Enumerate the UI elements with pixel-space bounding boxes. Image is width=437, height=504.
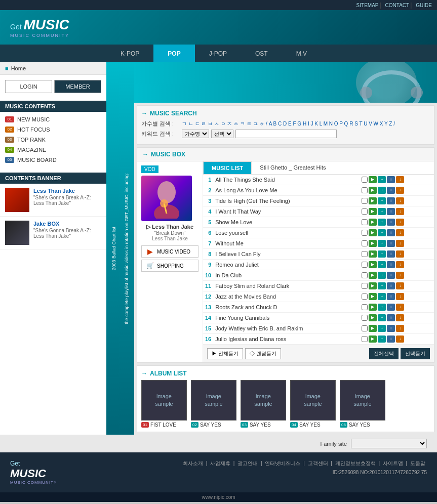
- song-title[interactable]: Lose yourself: [213, 228, 360, 238]
- family-site-select[interactable]: [351, 439, 427, 448]
- song-checkbox[interactable]: [362, 325, 368, 331]
- add-icon[interactable]: +: [378, 176, 386, 183]
- song-checkbox[interactable]: [362, 219, 368, 225]
- play-selected-button[interactable]: 선택듣기: [401, 348, 430, 359]
- download-icon[interactable]: ↓: [396, 219, 404, 226]
- song-title[interactable]: As Long As You Love Me: [213, 185, 360, 196]
- table-row[interactable]: 14 Fine Young Cannibals ▶ + i ↓: [203, 313, 434, 323]
- add-icon[interactable]: +: [378, 187, 386, 194]
- member-button[interactable]: MEMBER: [54, 80, 101, 93]
- play-icon[interactable]: ▶: [369, 229, 377, 236]
- table-row[interactable]: 11 Fatboy Slim and Roland Clark ▶ + i ↓: [203, 281, 434, 291]
- info-icon[interactable]: i: [387, 304, 395, 311]
- play-random-button[interactable]: ◇ 랜덤듣기: [245, 348, 281, 359]
- table-row[interactable]: 6 Lose yourself ▶ + i ↓: [203, 228, 434, 238]
- song-title[interactable]: Fine Young Cannibals: [213, 313, 360, 323]
- search-chars[interactable]: ㄱ ㄴ ㄷ ㄹ ㅂ ㅅ ㅇ ㅈ ㅊ ㅋ ㅌ ㅍ ㅎ / A B C D E F …: [182, 120, 395, 128]
- download-icon[interactable]: ↓: [396, 187, 404, 194]
- search-category-select[interactable]: 가수명 곡명: [182, 130, 209, 138]
- download-icon[interactable]: ↓: [396, 314, 404, 321]
- info-icon[interactable]: i: [387, 314, 395, 321]
- sidebar-item-new-music[interactable]: 01 NEW MUSIC: [0, 114, 106, 124]
- banner-item-1[interactable]: Jake BOX "She's Gonna Break A~Z: Less Th…: [0, 217, 106, 249]
- song-checkbox[interactable]: [362, 272, 368, 278]
- song-title[interactable]: Roots Zack and Chuck D: [213, 302, 360, 313]
- play-icon[interactable]: ▶: [369, 250, 377, 258]
- song-checkbox[interactable]: [362, 177, 368, 183]
- song-title[interactable]: Julio Iglesias and Diana ross: [213, 334, 360, 345]
- add-icon[interactable]: +: [378, 325, 386, 332]
- download-icon[interactable]: ↓: [396, 325, 404, 332]
- table-row[interactable]: 8 I Believe I Can Fly ▶ + i ↓: [203, 249, 434, 260]
- song-checkbox[interactable]: [362, 336, 368, 342]
- song-title[interactable]: Romeo and Juliet: [213, 260, 360, 270]
- download-icon[interactable]: ↓: [396, 304, 404, 311]
- info-icon[interactable]: i: [387, 261, 395, 268]
- play-icon[interactable]: ▶: [369, 240, 377, 247]
- info-icon[interactable]: i: [387, 335, 395, 343]
- song-checkbox[interactable]: [362, 293, 368, 300]
- info-icon[interactable]: i: [387, 282, 395, 289]
- song-title[interactable]: Jazz at the Movies Band: [213, 291, 360, 302]
- album-item[interactable]: imagesample 02 SAY YES: [191, 380, 236, 428]
- footer-link-5[interactable]: 게인정보보호정책: [335, 460, 376, 466]
- add-icon[interactable]: +: [378, 314, 386, 321]
- add-icon[interactable]: +: [378, 208, 386, 215]
- download-icon[interactable]: ↓: [396, 282, 404, 289]
- table-row[interactable]: 2 As Long As You Love Me ▶ + i ↓: [203, 185, 434, 196]
- table-row[interactable]: 9 Romeo and Juliet ▶ + i ↓: [203, 260, 434, 270]
- play-all-button[interactable]: ▶ 전체듣기: [207, 348, 243, 359]
- download-icon[interactable]: ↓: [396, 240, 404, 247]
- shopping-button[interactable]: 🛒 SHOPPING: [141, 260, 198, 272]
- add-icon[interactable]: +: [378, 197, 386, 204]
- guide-link[interactable]: GUIDE: [416, 3, 432, 8]
- sidebar-item-hot-focus[interactable]: 02 HOT FOCUS: [0, 124, 106, 135]
- add-icon[interactable]: +: [378, 335, 386, 343]
- add-icon[interactable]: +: [378, 229, 386, 236]
- add-icon[interactable]: +: [378, 219, 386, 226]
- play-icon[interactable]: ▶: [369, 197, 377, 204]
- footer-link-4[interactable]: 고객센터: [308, 460, 328, 466]
- album-item[interactable]: imagesample 04 SAY YES: [290, 380, 336, 428]
- play-icon[interactable]: ▶: [369, 272, 377, 279]
- album-item[interactable]: imagesample 01 FIST LOVE: [141, 380, 187, 428]
- download-icon[interactable]: ↓: [396, 261, 404, 268]
- add-icon[interactable]: +: [378, 304, 386, 311]
- play-icon[interactable]: ▶: [369, 293, 377, 300]
- album-item[interactable]: imagesample 03 SAY YES: [241, 380, 286, 428]
- nav-pop[interactable]: POP: [153, 45, 194, 62]
- song-checkbox[interactable]: [362, 198, 368, 204]
- info-icon[interactable]: i: [387, 208, 395, 215]
- download-icon[interactable]: ↓: [396, 293, 404, 300]
- info-icon[interactable]: i: [387, 197, 395, 204]
- song-title[interactable]: Fatboy Slim and Roland Clark: [213, 281, 360, 291]
- banner-item-0[interactable]: Less Than Jake "She's Gonna Break A~Z: L…: [0, 184, 106, 217]
- play-icon[interactable]: ▶: [369, 335, 377, 343]
- add-icon[interactable]: +: [378, 240, 386, 247]
- sidebar-item-magazine[interactable]: 04 MAGAZINE: [0, 145, 106, 155]
- song-title[interactable]: Tide Is High (Get The Feeling): [213, 196, 360, 206]
- download-icon[interactable]: ↓: [396, 272, 404, 279]
- table-row[interactable]: 15 Jody Watley with Eric B. and Rakim ▶ …: [203, 323, 434, 334]
- song-title[interactable]: I Want It That Way: [213, 206, 360, 217]
- song-checkbox[interactable]: [362, 283, 368, 289]
- info-icon[interactable]: i: [387, 293, 395, 300]
- nav-mv[interactable]: M.V: [282, 45, 321, 62]
- add-icon[interactable]: +: [378, 293, 386, 300]
- info-icon[interactable]: i: [387, 176, 395, 183]
- music-video-button[interactable]: ▶ MUSIC VIDEO: [141, 245, 198, 258]
- info-icon[interactable]: i: [387, 240, 395, 247]
- song-checkbox[interactable]: [362, 187, 368, 193]
- info-icon[interactable]: i: [387, 187, 395, 194]
- info-icon[interactable]: i: [387, 229, 395, 236]
- play-icon[interactable]: ▶: [369, 176, 377, 183]
- song-checkbox[interactable]: [362, 304, 368, 310]
- table-row[interactable]: 12 Jazz at the Movies Band ▶ + i ↓: [203, 291, 434, 302]
- song-checkbox[interactable]: [362, 262, 368, 268]
- song-checkbox[interactable]: [362, 208, 368, 215]
- info-icon[interactable]: i: [387, 272, 395, 279]
- song-checkbox[interactable]: [362, 315, 368, 321]
- download-icon[interactable]: ↓: [396, 335, 404, 343]
- add-icon[interactable]: +: [378, 282, 386, 289]
- search-type-select[interactable]: 선택: [211, 130, 233, 138]
